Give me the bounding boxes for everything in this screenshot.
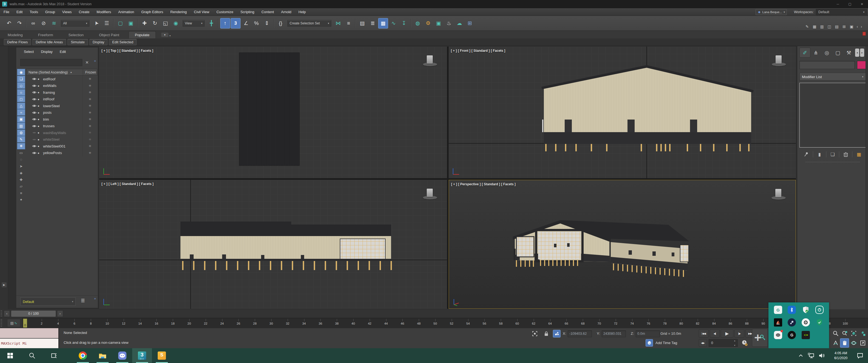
viewport-perspective-label-part-3[interactable]: [ Standard ] xyxy=(482,182,500,186)
modifier-stack[interactable] xyxy=(800,83,866,147)
ribbon-tab-object-paint[interactable]: Object Paint xyxy=(93,32,125,38)
menu-civil-view[interactable]: Civil View xyxy=(190,8,213,15)
select-and-place-icon[interactable]: ◉ xyxy=(171,18,181,29)
select-by-name-icon[interactable]: ☰ xyxy=(102,18,112,29)
viewport-left[interactable]: [ + ][ Left ][ Standard ][ Facets ] xyxy=(99,180,447,309)
ribbon-tab-freeform[interactable]: Freeform xyxy=(32,32,59,38)
zoom-extents-icon[interactable] xyxy=(849,329,858,338)
filter-materials[interactable]: ◍ xyxy=(17,129,25,136)
right-toolbar-icon-2[interactable]: ▦ xyxy=(811,24,818,30)
key-mode-toggle[interactable]: ◀▶ xyxy=(699,339,707,347)
play-button[interactable]: ▶ xyxy=(721,329,733,337)
filter-particles[interactable]: ➤ xyxy=(17,163,25,169)
eye-closed-icon[interactable] xyxy=(32,138,38,141)
time-slider[interactable]: 0 / 100 xyxy=(11,310,56,317)
render-setup-icon[interactable]: ⚙ xyxy=(423,18,433,29)
eye-open-icon[interactable] xyxy=(32,144,38,148)
viewport-perspective-label-part-1[interactable]: [ + ] xyxy=(451,182,457,186)
menu-scripting[interactable]: Scripting xyxy=(237,8,258,15)
menu-file[interactable]: File xyxy=(0,8,13,15)
explorer-column-header[interactable]: Name (Sorted Ascending) ▲ Frozen xyxy=(26,69,97,76)
asset-library-icon[interactable]: ⊞ xyxy=(465,18,475,29)
previous-frame-button[interactable]: ◀| xyxy=(710,329,720,337)
viewcube[interactable] xyxy=(422,55,438,67)
panel-splitter[interactable] xyxy=(805,162,860,162)
ribbon-tab-populate[interactable]: Populate xyxy=(129,31,156,38)
app-g-icon[interactable]: G xyxy=(774,306,782,314)
task-view-button[interactable] xyxy=(46,348,62,363)
select-and-move-icon[interactable]: ✚ xyxy=(140,18,150,29)
eye-open-icon[interactable] xyxy=(32,125,38,128)
viewport-left-label-part-4[interactable]: [ Facets ] xyxy=(139,182,154,186)
frozen-icon[interactable]: ✳ xyxy=(89,91,91,94)
maxscript-mini-listener[interactable]: MAXScript Mi xyxy=(0,328,59,349)
frozen-icon[interactable]: ✳ xyxy=(89,104,91,108)
viewcube[interactable] xyxy=(771,55,786,67)
right-toolbar-icon-5[interactable]: ▤ xyxy=(833,24,840,30)
unlink-selection-icon[interactable]: ⊘ xyxy=(39,18,49,29)
window-crossing-icon[interactable]: ▣ xyxy=(126,18,136,29)
discord-tray-icon[interactable] xyxy=(774,331,782,339)
ribbon-minimize-button[interactable]: ▼ xyxy=(161,33,168,37)
title-bar[interactable]: 3 walls.max - Autodesk 3ds Max 2018 - St… xyxy=(0,0,868,8)
start-button[interactable] xyxy=(2,348,18,363)
explorer-menu-select[interactable]: Select xyxy=(24,50,34,54)
zoom-icon[interactable] xyxy=(831,329,840,338)
modify-tab[interactable]: ✐ xyxy=(800,48,810,58)
frozen-icon[interactable]: ✳ xyxy=(89,138,91,141)
previous-frame-arrow[interactable]: ‹ xyxy=(4,310,10,317)
maxscript-listener-pane[interactable]: MAXScript Mi xyxy=(0,339,58,349)
menu-edit[interactable]: Edit xyxy=(13,8,26,15)
menu-customize[interactable]: Customize xyxy=(213,8,237,15)
toggle-ribbon-icon[interactable]: ▦ xyxy=(378,18,388,29)
filter-positions[interactable]: ✚ xyxy=(17,176,25,183)
viewport-perspective-label-part-4[interactable]: [ Facets ] xyxy=(501,182,516,186)
viewport-front-label-part-3[interactable]: [ Standard ] xyxy=(471,49,490,53)
toggle-scene-explorer-icon[interactable]: ▤ xyxy=(358,18,367,29)
ribbon-tab-selection[interactable]: Selection xyxy=(63,32,90,38)
toolbar-scroll-arrow[interactable]: › xyxy=(860,24,863,30)
explorer-row-trim[interactable]: ●trim✳ xyxy=(26,116,97,123)
minimize-button[interactable]: ─ xyxy=(832,0,844,8)
filter-markers[interactable]: ✦ xyxy=(17,197,25,203)
next-frame-arrow[interactable]: › xyxy=(57,310,63,317)
filter-space-warps[interactable]: ≈ xyxy=(17,109,25,116)
frozen-icon[interactable]: ✳ xyxy=(89,117,91,121)
viewport-left-label-part-1[interactable]: [ + ] xyxy=(101,182,107,186)
filter-influences[interactable]: ◌ xyxy=(17,156,25,163)
taskbar-app-chrome[interactable] xyxy=(73,348,93,363)
schematic-view-icon[interactable]: ↧ xyxy=(399,18,409,29)
selection-filter-dropdown[interactable]: All▾ xyxy=(61,20,89,27)
panel-scroll-arrow[interactable]: ◂ xyxy=(855,48,859,57)
taskbar-app-discord[interactable] xyxy=(113,348,132,363)
volume-icon[interactable] xyxy=(816,348,827,363)
explorer-row-washBayWalls[interactable]: ●washBayWalls✳ xyxy=(26,129,97,136)
zoom-all-icon[interactable] xyxy=(840,329,849,338)
clear-search-icon[interactable]: ✕ xyxy=(85,60,89,65)
steam-icon[interactable] xyxy=(788,318,796,327)
hierarchy-tab[interactable]: ⋔ xyxy=(810,48,822,58)
user-account-button[interactable]: ☻ Lana Beque... ▾ xyxy=(755,9,787,15)
explorer-row-extWalls[interactable]: ●extWalls✳ xyxy=(26,82,97,89)
filter-display-all[interactable]: ◉ xyxy=(17,69,25,75)
explorer-row-yellowPosts[interactable]: ●yellowPosts✳ xyxy=(26,150,97,157)
eye-open-icon[interactable] xyxy=(32,91,38,94)
snaps-toggle-3d-icon[interactable]: 3 xyxy=(230,18,241,29)
network-icon[interactable] xyxy=(806,348,816,363)
explorer-row-lowerSteel[interactable]: ●lowerSteel✳ xyxy=(26,103,97,109)
viewport-front-label-part-2[interactable]: [ Front ] xyxy=(458,49,470,53)
filter-sets[interactable]: ≡ xyxy=(17,190,25,196)
filter-containers[interactable]: ▭ xyxy=(17,150,25,156)
isolate-selection-toggle[interactable] xyxy=(531,330,539,337)
explorer-row-whiteSteel001[interactable]: ●whiteSteel001✳ xyxy=(26,143,97,150)
viewport-perspective[interactable]: [ + ][ Perspective ][ Standard ][ Facets… xyxy=(449,180,796,309)
ribbon-button-edit-selected[interactable]: Edit Selected xyxy=(109,39,136,45)
material-editor-icon[interactable]: ◍ xyxy=(413,18,423,29)
right-toolbar-icon-7[interactable]: ▣ xyxy=(848,24,855,30)
mirror-icon[interactable]: ⋈ xyxy=(333,18,343,29)
viewport-top-label-part-2[interactable]: [ Top ] xyxy=(108,49,119,53)
windows-defender-icon[interactable] xyxy=(802,306,810,314)
y-coordinate-field[interactable]: 243080.031 xyxy=(602,330,626,337)
orbit-icon[interactable] xyxy=(849,338,858,348)
eye-open-icon[interactable] xyxy=(32,111,38,114)
